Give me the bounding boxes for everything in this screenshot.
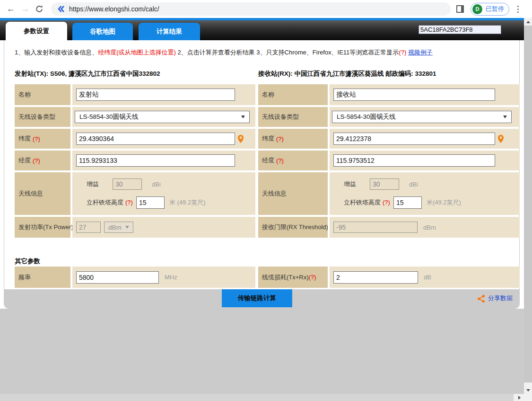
rx-device-select[interactable]: LS-5854-30圆锅天线 <box>332 111 512 123</box>
tx-section: 发射站(TX): S506, 濂溪区九江市江西省中国332802 名称 无线设备… <box>15 70 255 240</box>
scrollbar-corner <box>524 394 532 401</box>
tx-gain-unit: dBi <box>152 181 161 188</box>
rx-latitude-input[interactable] <box>333 133 495 145</box>
rx-name-input[interactable] <box>333 89 495 101</box>
rx-name-label: 名称 <box>258 84 328 105</box>
tx-tower-unit: 米 (49.2英尺) <box>169 198 206 207</box>
rx-tower-help[interactable]: (?) <box>383 199 390 206</box>
rx-lng-help[interactable]: (?) <box>276 157 284 164</box>
share-data-label: 分享数据 <box>488 294 513 303</box>
vertical-scroll-thumb[interactable] <box>524 26 532 383</box>
rx-device-selected: LS-5854-30圆锅天线 <box>337 113 396 121</box>
video-example-link[interactable]: 视频例子 <box>408 49 433 56</box>
rx-name-row: 名称 <box>258 84 520 105</box>
tx-tower-height-input[interactable] <box>136 196 165 209</box>
rx-lng-label: 经度 <box>262 156 274 165</box>
instruction-text-1: 1、输入发射和接收设备信息、 <box>15 49 98 56</box>
rx-tower-height-input[interactable] <box>393 196 422 209</box>
content-panel: 1、输入发射和接收设备信息、经纬度(或从地图上选择位置) 2、点击计算并查看分析… <box>4 40 520 309</box>
vertical-scrollbar[interactable] <box>524 18 532 394</box>
refresh-icon[interactable] <box>32 5 46 13</box>
cable-loss-section: 线缆损耗(Tx+Rx)(?) dB <box>258 267 520 288</box>
page-background <box>0 309 524 394</box>
rx-gain-label: 增益 <box>344 180 356 188</box>
horizontal-scroll-thumb[interactable] <box>0 394 514 401</box>
frequency-label: 频率 <box>15 267 70 288</box>
triangle-down-icon <box>526 389 530 392</box>
tx-gain-label: 增益 <box>87 180 99 188</box>
instruction-text-red: 经纬度(或从地图上选择位置) <box>98 49 176 56</box>
scroll-up-button[interactable] <box>524 18 532 26</box>
cable-loss-help[interactable]: (?) <box>309 274 316 281</box>
tx-tower-help[interactable]: (?) <box>125 199 133 206</box>
rx-lat-row: 纬度(?) <box>258 129 520 149</box>
panel-footer: 传输链路计算 分享数据 <box>4 289 519 308</box>
tab-calc-results[interactable]: 计算结果 <box>139 23 200 40</box>
rx-map-pin-icon[interactable] <box>497 134 504 143</box>
share-icon <box>477 294 485 303</box>
rx-antenna-label: 天线信息 <box>258 172 328 215</box>
address-bar[interactable]: https://www.elongshi.com/calc/ <box>51 2 451 16</box>
side-panel-icon[interactable] <box>456 5 464 13</box>
rx-threshold-row: 接收门限(RX Threshold)(?) dBm <box>258 217 520 238</box>
tx-name-row: 名称 <box>15 84 255 105</box>
tx-lat-help[interactable]: (?) <box>33 135 40 143</box>
rx-lat-help[interactable]: (?) <box>276 135 284 143</box>
rx-threshold-unit: dBm <box>423 224 436 231</box>
tx-device-row: 无线设备类型 LS-5854-30圆锅天线 <box>15 107 255 127</box>
instructions: 1、输入发射和接收设备信息、经纬度(或从地图上选择位置) 2、点击计算并查看分析… <box>15 48 433 57</box>
chevron-down-icon <box>241 116 245 118</box>
tx-device-selected: LS-5854-30圆锅天线 <box>79 113 139 121</box>
cable-loss-input[interactable] <box>333 271 418 284</box>
app-window: { "browser": { "url": "https://www.elong… <box>0 0 532 401</box>
rx-tower-label: 立杆铁塔高度 <box>344 198 381 207</box>
rx-threshold-label: 接收门限(RX Threshold) <box>262 223 328 232</box>
cable-loss-label: 线缆损耗(Tx+Rx) <box>262 273 309 282</box>
tx-name-input[interactable] <box>76 89 235 101</box>
tx-latitude-input[interactable] <box>76 133 235 145</box>
tx-power-label: 发射功率(Tx Power) <box>15 217 70 238</box>
chevron-down-icon <box>125 226 129 229</box>
scroll-down-button[interactable] <box>524 386 532 394</box>
tx-power-unit: dBm <box>108 224 122 231</box>
tx-map-pin-icon[interactable] <box>237 134 244 143</box>
tab-bar: 参数设置 谷歌地图 计算结果 <box>0 20 524 40</box>
browser-toolbar: ← → https://www.elongshi.com/calc/ D 已暂停 <box>0 0 524 18</box>
horizontal-scrollbar[interactable] <box>0 394 524 401</box>
calculate-link-button[interactable]: 传输链路计算 <box>222 289 292 307</box>
site-favicon-icon <box>57 5 65 13</box>
tx-device-label: 无线设备类型 <box>15 107 70 127</box>
tab-parameter-settings[interactable]: 参数设置 <box>6 22 67 40</box>
rx-tower-unit: 米(49.2英尺) <box>427 198 461 207</box>
tab-google-map[interactable]: 谷歌地图 <box>72 23 133 40</box>
frequency-section: 频率 MHz <box>15 267 255 288</box>
tx-tower-label: 立杆铁塔高度 <box>87 198 123 207</box>
toolbar-right: D 已暂停 <box>456 3 521 16</box>
scroll-right-button[interactable] <box>515 394 524 401</box>
instruction-text-2: 2、点击计算并查看分析结果 3、只支持Chrome、Firefox、IE11等浏… <box>176 49 399 56</box>
rx-device-label: 无线设备类型 <box>258 107 328 127</box>
rx-device-row: 无线设备类型 LS-5854-30圆锅天线 <box>258 107 520 127</box>
rx-section: 接收站(RX): 中国江西省九江市濂溪区葵温线 邮政编码: 332801 名称 … <box>258 70 520 240</box>
triangle-right-icon <box>518 396 521 400</box>
instruction-help-mark[interactable]: (?) <box>399 49 406 56</box>
tx-antenna-row: 天线信息 增益 dBi 立杆铁塔高度 (?) 米 (49.2英尺) <box>15 172 255 215</box>
menu-icon[interactable] <box>515 4 521 15</box>
back-icon[interactable]: ← <box>4 4 18 14</box>
forward-icon[interactable]: → <box>18 4 32 14</box>
session-code-input[interactable] <box>419 25 501 34</box>
tx-longitude-input[interactable] <box>76 154 235 167</box>
frequency-input[interactable] <box>76 271 159 284</box>
rx-lat-label: 纬度 <box>262 134 274 143</box>
tx-lng-help[interactable]: (?) <box>33 157 40 164</box>
profile-pill[interactable]: D 已暂停 <box>471 3 509 16</box>
tx-antenna-label: 天线信息 <box>15 172 70 215</box>
triangle-up-icon <box>526 21 530 23</box>
tx-power-unit-select: dBm <box>104 222 133 233</box>
tx-power-input <box>76 222 101 233</box>
tx-device-select[interactable]: LS-5854-30圆锅天线 <box>75 111 250 123</box>
avatar: D <box>472 4 482 14</box>
rx-longitude-input[interactable] <box>333 154 495 167</box>
tx-lng-label: 经度 <box>18 156 31 165</box>
share-data-link[interactable]: 分享数据 <box>477 294 513 303</box>
